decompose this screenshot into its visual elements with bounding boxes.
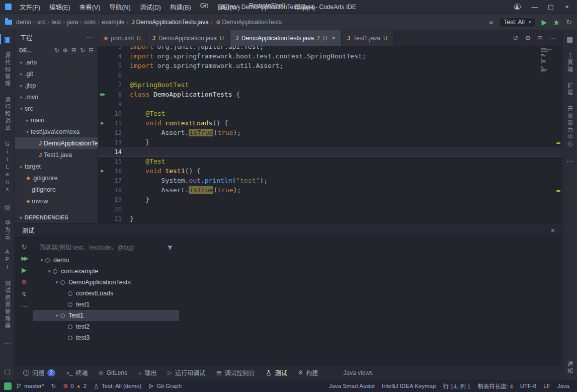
- java-views-label[interactable]: Java views: [343, 369, 373, 376]
- code-line[interactable]: ▶16 void test1() {: [98, 166, 562, 176]
- clear-test-results-icon[interactable]: ⊗: [22, 279, 27, 285]
- maximize-button[interactable]: ▢: [544, 2, 558, 13]
- editor-tab[interactable]: JDemoApplication.javaU: [147, 30, 230, 46]
- menu-item[interactable]: 编辑(E): [45, 1, 74, 13]
- panel-tab-build[interactable]: ⚙构建: [298, 368, 318, 377]
- explorer-item[interactable]: ≡gitignore: [15, 184, 98, 195]
- test-tree-item[interactable]: test3: [33, 332, 179, 343]
- run-settings-icon[interactable]: ⚙: [525, 34, 531, 42]
- status-item[interactable]: 制表符长度: 4: [474, 382, 516, 390]
- status-item[interactable]: Java: [554, 383, 573, 389]
- collapse-icon[interactable]: «: [489, 18, 493, 26]
- menu-item[interactable]: 导航(N): [105, 1, 134, 13]
- code-line[interactable]: 4import org.springframework.boot.test.co…: [98, 51, 562, 61]
- explorer-item[interactable]: ▸.jlsp: [15, 80, 98, 91]
- explorer-item[interactable]: ▸.mvn: [15, 91, 98, 103]
- code-line[interactable]: 19 }: [98, 195, 562, 204]
- code-editor[interactable]: 3import org.junit.jupiter.api.Test;4impo…: [98, 46, 562, 223]
- breadcrumb-symbol[interactable]: ⚙DemoApplicationTests: [215, 19, 282, 26]
- code-line[interactable]: 9: [98, 99, 562, 109]
- explorer-item[interactable]: ▸.git: [15, 68, 98, 80]
- menu-item[interactable]: 文件(F): [16, 1, 44, 13]
- account-icon[interactable]: [514, 4, 521, 10]
- code-line[interactable]: 20: [98, 204, 562, 214]
- close-panel-icon[interactable]: ×: [551, 226, 555, 234]
- run-test-icon[interactable]: ▶: [98, 121, 107, 125]
- breadcrumb-item[interactable]: example: [102, 19, 124, 26]
- explorer-item[interactable]: ▾src: [15, 103, 98, 114]
- test-tree-item[interactable]: contextLoads: [33, 288, 179, 299]
- coverage-icon[interactable]: ↯: [22, 291, 27, 297]
- collapse-all-icon[interactable]: ⊟: [89, 47, 94, 54]
- breadcrumb-item[interactable]: src: [37, 19, 45, 26]
- test-tree-item[interactable]: test2: [33, 321, 179, 332]
- sync-icon[interactable]: ↻: [54, 47, 59, 54]
- code-line[interactable]: 15 @Test: [98, 156, 562, 166]
- editor-tab[interactable]: ◆pom.xmlU: [98, 30, 147, 46]
- code-line[interactable]: 10 @Test: [98, 109, 562, 118]
- activity-item-huawei-cloud[interactable]: ◎: [0, 202, 15, 212]
- panel-tab-problems[interactable]: !问题2: [23, 368, 55, 377]
- editor-tab[interactable]: JTest1.javaU: [342, 30, 393, 46]
- activity-item-notifications[interactable]: 通知: [562, 360, 577, 376]
- activity-item-more-views[interactable]: ⋯: [562, 156, 577, 166]
- debug-all-tests-icon[interactable]: ▶: [22, 267, 27, 273]
- code-line[interactable]: 17 System.out.println("test");: [98, 176, 562, 185]
- explorer-item[interactable]: JTest1.java: [15, 149, 98, 161]
- test-tree-item[interactable]: test1: [33, 299, 179, 310]
- panel-tab-output[interactable]: ≡输出: [138, 368, 156, 377]
- activity-item-open-capability-center[interactable]: 开放能力中心: [562, 105, 577, 149]
- git-graph-item[interactable]: Git Graph: [145, 383, 185, 389]
- close-button[interactable]: ×: [560, 2, 574, 13]
- code-line[interactable]: 5import org.springframework.util.Assert;: [98, 61, 562, 70]
- activity-item-test-explorer[interactable]: 测试资源管理器: [0, 279, 15, 331]
- explorer-item[interactable]: ◈mvnw: [15, 195, 98, 207]
- explorer-root-row[interactable]: DE... ↻⊕⊞↻⊟: [15, 44, 98, 56]
- run-test-icon[interactable]: ▶: [98, 169, 107, 173]
- explorer-item[interactable]: ▸.arts: [15, 56, 98, 68]
- code-line[interactable]: 12 Assert.isTrue(true);: [98, 128, 562, 137]
- test-status-item[interactable]: Test: All (demo): [90, 383, 145, 389]
- breadcrumb-item[interactable]: test: [51, 19, 61, 26]
- restart-button[interactable]: ↻: [566, 18, 572, 26]
- menu-item[interactable]: 查看(V): [75, 1, 105, 13]
- code-line[interactable]: ▶11 void contextLoads() {: [98, 118, 562, 128]
- activity-item-huawei-cloud-api[interactable]: 华为云 API: [0, 219, 15, 272]
- menu-item[interactable]: 构建(B): [166, 1, 195, 13]
- status-item[interactable]: IntelliJ IDEA Keymap: [378, 383, 439, 389]
- breadcrumb-item[interactable]: com: [84, 19, 96, 26]
- code-line[interactable]: 21}: [98, 214, 562, 223]
- explorer-item[interactable]: ◆.gitignore: [15, 172, 98, 184]
- activity-item-run-and-debug[interactable]: 运行和调试: [0, 96, 15, 133]
- menu-item[interactable]: 调试(D): [136, 1, 165, 13]
- minimap[interactable]: [541, 48, 553, 76]
- status-item[interactable]: 行 14, 列 1: [439, 382, 474, 390]
- remote-indicator-icon[interactable]: [4, 382, 12, 390]
- run-config-select[interactable]: Test: All ▾: [500, 17, 536, 27]
- timeline-icon[interactable]: ↺: [513, 34, 519, 42]
- test-filter-input[interactable]: [39, 244, 163, 251]
- code-line[interactable]: 14: [98, 147, 562, 156]
- activity-item-gitlens[interactable]: GitLens: [0, 140, 15, 195]
- test-tree-item[interactable]: ▾DemoApplicationTests: [33, 277, 179, 288]
- activity-item-project[interactable]: ▣: [0, 34, 15, 44]
- new-file-icon[interactable]: ⊕: [63, 47, 68, 54]
- status-item[interactable]: LF: [540, 383, 553, 389]
- activity-item-toolbox[interactable]: ▤: [562, 34, 577, 44]
- explorer-item[interactable]: ▾test\java\com\exa: [15, 126, 98, 137]
- breadcrumb-file[interactable]: JDemoApplicationTests.java: [130, 19, 208, 26]
- test-tree-item[interactable]: ▾demo: [33, 255, 179, 266]
- activity-item-more-views[interactable]: ⋯: [0, 338, 15, 348]
- code-line[interactable]: 13 }: [98, 137, 562, 147]
- panel-tab-debug-console[interactable]: ▤调试控制台: [216, 368, 255, 377]
- close-tab-icon[interactable]: ×: [332, 34, 336, 42]
- problems-summary[interactable]: ⊗ 0 ▲ 2: [59, 382, 90, 389]
- menu-item[interactable]: Git: [196, 1, 212, 13]
- breadcrumb-item[interactable]: demo: [16, 19, 31, 26]
- code-line[interactable]: 18 Assert.isTrue(true);: [98, 185, 562, 195]
- more-actions-icon[interactable]: ⋯: [21, 303, 28, 309]
- code-line[interactable]: 3import org.junit.jupiter.api.Test;: [98, 46, 562, 51]
- status-item[interactable]: UTF-8: [517, 383, 540, 389]
- filter-icon[interactable]: [167, 245, 173, 251]
- panel-tab-test[interactable]: 测试: [266, 368, 287, 377]
